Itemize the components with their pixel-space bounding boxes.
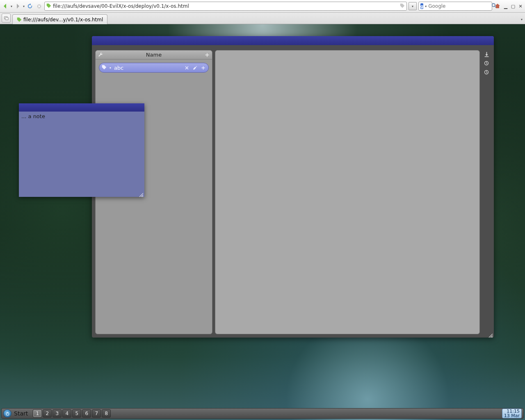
reload-button[interactable] [26,2,34,10]
clock-icon[interactable] [483,60,490,66]
page-tag-icon [46,3,51,9]
plus-icon[interactable] [204,52,210,58]
forward-button[interactable] [14,2,21,10]
plus-icon[interactable] [200,65,206,71]
address-dropdown[interactable]: ▾ [409,2,417,10]
workspace-button-5[interactable]: 5 [72,409,81,418]
workspace-switcher: 12345678 [33,409,111,418]
search-input[interactable] [428,3,490,9]
workspace-button-4[interactable]: 4 [62,409,71,418]
bookmark-tag-icon[interactable] [400,3,405,9]
google-icon: g [420,3,423,9]
workspace-button-3[interactable]: 3 [52,409,62,418]
workspace-button-8[interactable]: 8 [102,409,111,418]
resize-handle[interactable] [139,191,144,196]
maximize-window[interactable]: ▢ [510,3,516,9]
list-item[interactable]: • abc [99,63,209,73]
home-button[interactable] [494,2,501,10]
url-input[interactable] [53,3,398,9]
resize-handle[interactable] [488,332,493,337]
note-titlebar[interactable] [19,103,144,112]
app-titlebar[interactable] [92,36,494,45]
back-button[interactable] [2,2,9,10]
svg-rect-4 [5,18,9,20]
svg-line-9 [492,337,493,338]
back-history-dropdown[interactable]: ▾ [11,5,12,8]
minimize-window[interactable]: ▁ [503,3,509,9]
forward-history-dropdown[interactable]: ▾ [23,5,25,8]
clock-icon[interactable] [483,69,490,75]
bullet-icon: • [109,66,112,70]
search-engine-dropdown[interactable]: ▾ [425,5,427,8]
workspace-button-1[interactable]: 1 [33,409,42,418]
workspace-button-7[interactable]: 7 [92,409,101,418]
tab-strip: file:///aufs/dev...y/v0.1/x-os.html ▾ [0,13,525,24]
clock[interactable]: 11:15 13 Mar [502,409,522,418]
left-panel-title: Name [105,52,202,58]
power-button[interactable] [3,409,11,418]
note-window: ... a note [19,103,144,197]
download-icon[interactable] [483,51,490,57]
left-panel-header: Name [96,50,212,59]
workspace-button-6[interactable]: 6 [82,409,91,418]
start-button[interactable]: Start [14,410,28,417]
right-panel [215,50,480,334]
stop-button[interactable] [35,2,43,10]
wrench-icon[interactable] [97,52,104,58]
workspace-button-2[interactable]: 2 [43,409,52,418]
close-icon[interactable] [184,65,189,71]
taskbar: Start 12345678 11:15 13 Mar [1,408,524,419]
browser-toolbar: ▾ ▾ ▾ g ▾ ▁ ▢ ✕ [0,0,525,13]
clock-date: 13 Mar [504,413,520,418]
app-window: Name • abc [92,36,494,338]
search-bar[interactable]: g ▾ [418,2,492,11]
tag-icon [102,65,107,71]
browser-tab[interactable]: file:///aufs/dev...y/v0.1/x-os.html [12,14,107,24]
tab-label: file:///aufs/dev...y/v0.1/x-os.html [23,17,103,23]
svg-line-12 [142,196,143,197]
item-label: abc [114,65,123,71]
tabs-overflow-dropdown[interactable]: ▾ [521,18,523,21]
edit-icon[interactable] [192,65,198,71]
new-tab-button[interactable] [2,14,11,23]
right-toolbar [482,50,491,334]
note-body[interactable]: ... a note [19,112,144,121]
address-bar[interactable] [44,2,407,11]
close-window[interactable]: ✕ [518,3,523,9]
